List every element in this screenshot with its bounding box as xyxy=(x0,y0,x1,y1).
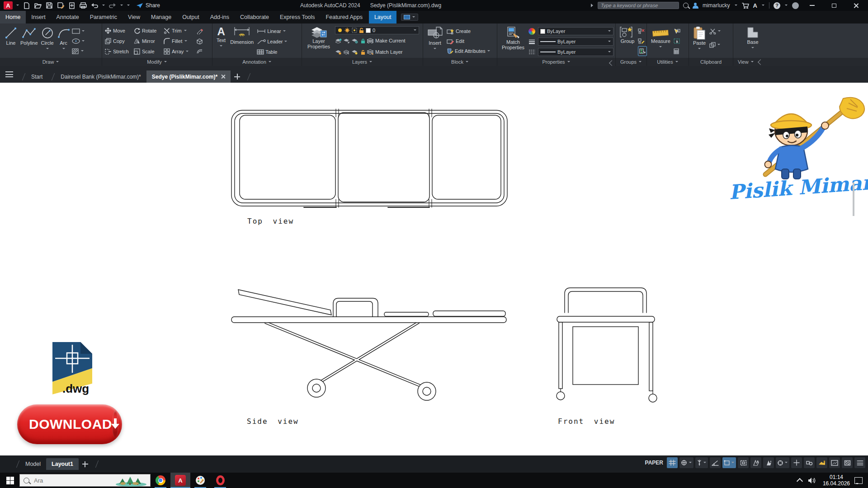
base-view-button[interactable]: Base xyxy=(745,25,761,51)
screencast-icon[interactable] xyxy=(792,2,799,9)
layout1-tab[interactable]: Layout1 xyxy=(46,458,79,470)
save-button[interactable] xyxy=(45,1,53,9)
dimension-button[interactable]: Dimension xyxy=(229,25,255,46)
lineweight-selector[interactable]: ByLayer xyxy=(538,38,613,46)
text-caret[interactable] xyxy=(219,44,223,48)
rectangle-button[interactable] xyxy=(72,26,85,36)
explode-button[interactable] xyxy=(196,36,203,46)
copy-button[interactable]: Copy xyxy=(105,38,134,44)
autodesk-account-icon[interactable] xyxy=(753,2,757,9)
tab-layout-contextual[interactable]: Layout xyxy=(369,11,397,23)
ellipse-button[interactable] xyxy=(72,36,85,46)
offset-button[interactable] xyxy=(196,46,203,56)
help-icon[interactable] xyxy=(774,2,780,9)
start-button[interactable] xyxy=(6,477,14,484)
autoscale-toggle[interactable] xyxy=(763,457,774,468)
table-button[interactable]: Table xyxy=(257,47,288,57)
panel-layers-footer[interactable]: Layers xyxy=(302,58,423,66)
match-properties-button[interactable]: Match Properties xyxy=(500,25,526,51)
taskbar-paint-icon[interactable] xyxy=(190,473,210,488)
new-layout-button[interactable] xyxy=(82,461,88,467)
layer-properties-button[interactable]: Layer Properties xyxy=(305,25,333,50)
workspace-switching-button[interactable] xyxy=(791,457,802,468)
qat-customize-caret[interactable] xyxy=(127,4,130,7)
canvas-scrollbar-thumb[interactable] xyxy=(853,183,854,216)
trim-caret[interactable] xyxy=(184,29,187,33)
tab-parametric[interactable]: Parametric xyxy=(85,11,123,23)
undo-history-caret[interactable] xyxy=(102,4,105,7)
panel-block-footer[interactable]: Block xyxy=(423,58,497,66)
stretch-button[interactable]: Stretch xyxy=(105,48,134,55)
paste-button[interactable]: Paste xyxy=(692,25,707,52)
panel-groups-footer[interactable]: Groups xyxy=(616,58,646,66)
leader-caret[interactable] xyxy=(284,40,288,43)
autodesk-menu-caret[interactable] xyxy=(761,4,765,7)
save-as-button[interactable] xyxy=(57,1,65,9)
snap-caret[interactable] xyxy=(689,461,692,465)
group-edit-button[interactable] xyxy=(638,36,647,46)
polar-tracking-toggle[interactable] xyxy=(710,457,721,468)
close-tab-icon[interactable] xyxy=(221,75,225,79)
text-button[interactable]: Text xyxy=(215,25,227,49)
isolate-objects-button[interactable] xyxy=(804,457,815,468)
tab-insert[interactable]: Insert xyxy=(26,11,51,23)
trim-button[interactable]: Trim xyxy=(164,28,195,34)
action-center-icon[interactable] xyxy=(854,477,863,484)
autocad-app-menu-button[interactable]: A xyxy=(4,1,13,9)
tray-chevron-icon[interactable] xyxy=(794,473,806,488)
volume-icon[interactable] xyxy=(806,473,818,488)
fillet-caret[interactable] xyxy=(184,39,188,43)
panel-view-footer[interactable]: View xyxy=(733,58,771,66)
cut-button[interactable] xyxy=(709,26,721,36)
open-file-button[interactable] xyxy=(34,1,42,9)
annotation-visibility-toggle[interactable] xyxy=(750,457,761,468)
taskbar-chrome-icon[interactable] xyxy=(151,473,170,488)
ungroup-button[interactable] xyxy=(638,26,647,36)
base-caret[interactable] xyxy=(751,46,755,50)
workspace-switcher[interactable] xyxy=(401,14,418,21)
fullscreen-button[interactable] xyxy=(842,457,853,468)
taskbar-search-input[interactable] xyxy=(33,477,101,484)
paste-caret[interactable] xyxy=(698,47,701,51)
array-button[interactable]: Array xyxy=(164,48,195,55)
object-color-selector[interactable]: ByLayer xyxy=(538,27,613,35)
tab-manage[interactable]: Manage xyxy=(146,11,177,23)
panel-draw-footer[interactable]: Draw xyxy=(0,58,102,66)
fillet-button[interactable]: Fillet xyxy=(164,38,195,44)
properties-dialog-launcher[interactable] xyxy=(609,60,615,66)
plot-button[interactable] xyxy=(79,1,87,9)
tab-collaborate[interactable]: Collaborate xyxy=(235,11,274,23)
mirror-button[interactable]: Mirror xyxy=(134,38,164,44)
rotate-button[interactable]: Rotate xyxy=(134,28,164,34)
object-snap-toggle[interactable] xyxy=(722,457,736,468)
match-layer-button[interactable]: Match Layer xyxy=(335,47,421,57)
drawing-tab-sedye-active[interactable]: Sedye (PislikMimar.com)* xyxy=(146,70,231,83)
panel-annotation-footer[interactable]: Annotation xyxy=(212,58,302,66)
tab-view[interactable]: View xyxy=(123,11,146,23)
undo-button[interactable] xyxy=(90,1,99,9)
quick-select-button[interactable] xyxy=(674,26,680,36)
calculator-button[interactable] xyxy=(674,46,680,56)
insert-block-button[interactable]: Insert xyxy=(426,25,444,52)
panel-modify-footer[interactable]: Modify xyxy=(102,58,212,66)
customization-button[interactable] xyxy=(854,457,865,468)
search-highlight-image[interactable] xyxy=(113,475,149,487)
snap-mode-toggle[interactable] xyxy=(679,457,693,468)
tab-add-ins[interactable]: Add-ins xyxy=(205,11,235,23)
taskbar-search[interactable] xyxy=(19,474,151,487)
lineweight-caret[interactable] xyxy=(608,40,611,43)
circle-caret[interactable] xyxy=(46,47,49,51)
erase-button[interactable] xyxy=(196,26,203,36)
workspace-button[interactable] xyxy=(68,1,76,9)
redo-button[interactable] xyxy=(108,1,117,9)
ortho-caret[interactable] xyxy=(703,461,707,465)
download-button[interactable]: DOWNLOAD xyxy=(17,404,122,444)
insert-caret[interactable] xyxy=(433,47,437,51)
taskbar-opera-icon[interactable] xyxy=(210,473,230,488)
gear-caret[interactable] xyxy=(784,461,788,465)
help-menu-caret[interactable] xyxy=(784,4,788,7)
username[interactable]: mimarlucky xyxy=(703,2,730,9)
user-avatar-icon[interactable] xyxy=(693,3,698,9)
move-button[interactable]: Move xyxy=(105,28,134,34)
search-icon[interactable] xyxy=(683,3,689,8)
